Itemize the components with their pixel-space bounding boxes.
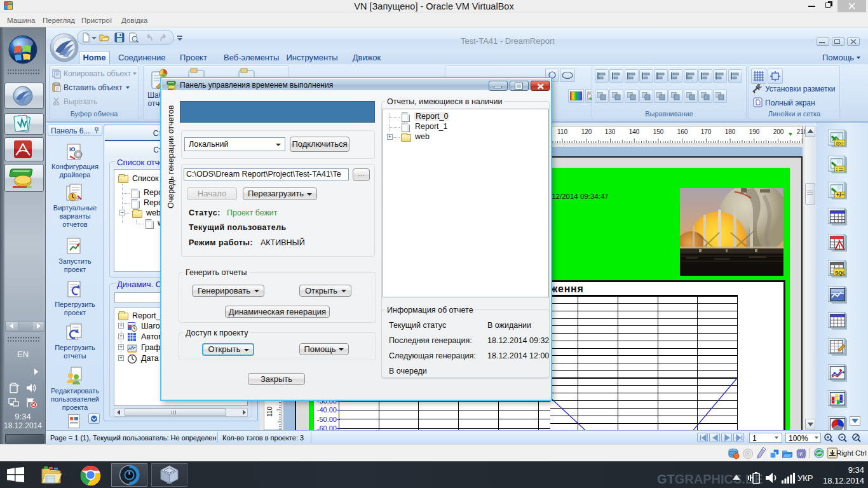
svg-text:-40.00: -40.00 <box>317 406 337 414</box>
svg-text:SQL: SQL <box>835 270 846 276</box>
svg-text:f(x): f(x) <box>836 140 844 146</box>
svg-text:IO: IO <box>69 146 76 152</box>
svg-text:+/−: +/− <box>836 192 844 198</box>
svg-text:-50.00: -50.00 <box>317 416 337 423</box>
svg-text:V: V <box>800 452 803 456</box>
svg-text:!: ! <box>839 243 841 250</box>
svg-text:-60.00: -60.00 <box>317 424 337 430</box>
